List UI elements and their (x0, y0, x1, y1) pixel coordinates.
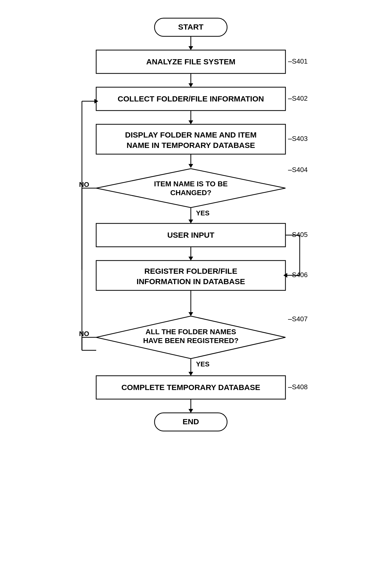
svg-text:YES: YES (196, 209, 209, 217)
svg-text:S402: S402 (292, 94, 308, 102)
svg-text:START: START (178, 23, 204, 31)
svg-text:HAVE BEEN REGISTERED?: HAVE BEEN REGISTERED? (143, 337, 239, 345)
svg-marker-44 (188, 257, 193, 261)
svg-text:YES: YES (196, 360, 209, 368)
svg-text:S401: S401 (292, 57, 308, 65)
svg-marker-9 (188, 83, 193, 87)
svg-rect-16 (96, 124, 285, 154)
svg-marker-22 (188, 164, 193, 168)
svg-text:REGISTER FOLDER/FILE: REGISTER FOLDER/FILE (144, 267, 237, 275)
svg-text:S403: S403 (292, 135, 308, 142)
svg-text:COMPLETE TEMPORARY DATABASE: COMPLETE TEMPORARY DATABASE (121, 383, 260, 392)
svg-text:S408: S408 (292, 383, 308, 391)
svg-text:S404: S404 (292, 166, 308, 174)
svg-text:NO: NO (79, 330, 89, 338)
svg-text:ALL THE FOLDER NAMES: ALL THE FOLDER NAMES (145, 328, 236, 336)
svg-text:DISPLAY FOLDER NAME AND ITEM: DISPLAY FOLDER NAME AND ITEM (125, 131, 256, 139)
svg-text:ANALYZE FILE SYSTEM: ANALYZE FILE SYSTEM (146, 57, 235, 66)
svg-text:INFORMATION IN DATABASE: INFORMATION IN DATABASE (137, 277, 245, 286)
svg-text:USER INPUT: USER INPUT (167, 231, 214, 239)
svg-text:COLLECT FOLDER/FILE INFORMATIO: COLLECT FOLDER/FILE INFORMATION (118, 94, 264, 103)
svg-text:CHANGED?: CHANGED? (170, 189, 212, 197)
flowchart-svg: START ANALYZE FILE SYSTEM S401 COLLECT F… (66, 10, 326, 566)
svg-marker-23 (96, 169, 285, 208)
svg-text:S407: S407 (292, 315, 308, 323)
svg-text:END: END (183, 417, 199, 426)
svg-text:ITEM NAME IS TO BE: ITEM NAME IS TO BE (154, 180, 228, 188)
svg-marker-55 (188, 312, 193, 316)
flowchart-container: START ANALYZE FILE SYSTEM S401 COLLECT F… (66, 10, 326, 567)
svg-marker-66 (188, 372, 193, 376)
svg-text:NAME IN TEMPORARY DATABASE: NAME IN TEMPORARY DATABASE (127, 141, 255, 149)
svg-marker-31 (188, 220, 193, 223)
svg-marker-15 (188, 120, 193, 124)
svg-marker-3 (188, 46, 193, 50)
svg-marker-72 (188, 409, 193, 413)
svg-text:NO: NO (79, 181, 89, 188)
svg-rect-45 (96, 261, 285, 290)
